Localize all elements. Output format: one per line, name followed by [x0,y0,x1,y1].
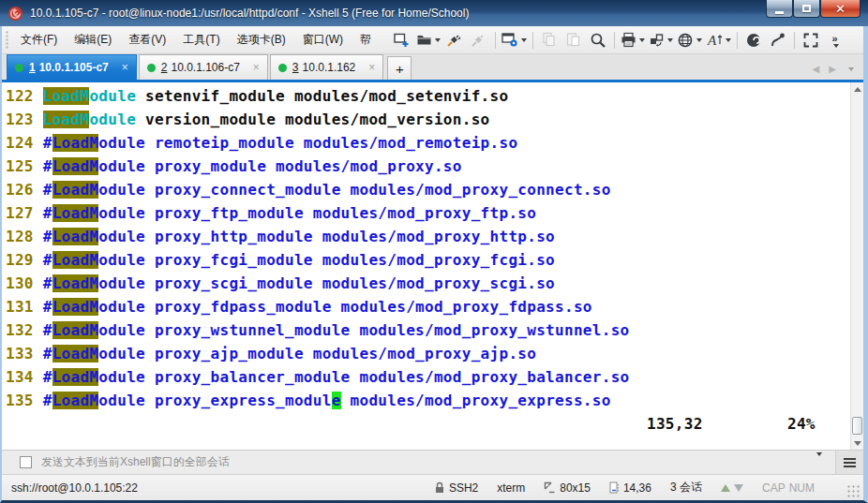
terminal-screen[interactable]: 122 LoadModule setenvif_module modules/m… [2,82,863,450]
tab-close-icon[interactable]: × [368,61,375,74]
tab-number: 2 [161,61,168,74]
minimize-button[interactable] [766,0,793,18]
hamburger-icon [844,458,856,467]
code-segment: # [43,181,52,199]
web-browser-button[interactable] [675,29,704,52]
session-connected-icon [15,64,23,72]
code-segment: LoadM [52,321,99,339]
screen-size-indicator: 80x15 [544,481,591,495]
sendbar-dropdown-icon [816,452,822,469]
svg-text:A: A [707,33,717,48]
line-number: 131 [6,298,43,316]
sendbar-history-dropdown[interactable] [801,456,835,469]
tab-session-2[interactable]: 2 10.0.1.106-c7 × [139,54,268,80]
menu-edit[interactable]: 编辑(E) [66,26,120,53]
toolbar-overflow-button[interactable]: » [825,33,845,48]
sendbar-menu-button[interactable] [835,451,863,474]
line-number: 123 [6,111,43,128]
caret-position-icon [609,481,620,494]
code-line: 129 #LoadModule proxy_fcgi_module module… [6,248,850,272]
code-segment: LoadM [43,111,90,128]
full-screen-button[interactable] [799,29,823,52]
scrollbar-thumb[interactable] [852,417,862,435]
web-browser-dropdown-icon[interactable] [696,38,702,42]
paste-button[interactable] [561,29,586,52]
send-text-bar: 发送文本到当前Xshell窗口的全部会话 [2,450,863,474]
code-segment: # [43,274,52,292]
code-line: 126 #LoadModule proxy_connect_module mod… [6,178,850,201]
connect-button[interactable] [442,29,467,52]
font-dropdown-icon[interactable] [726,38,731,42]
tab-session-1[interactable]: 1 10.0.1.105-c7 × [7,54,137,80]
menu-window[interactable]: 窗口(W) [294,26,352,53]
new-session-button[interactable] [390,29,414,52]
line-number: 127 [6,204,43,222]
download-arrow-icon[interactable] [734,484,743,492]
tab-scroll-right-icon[interactable]: ▶ [829,64,836,74]
tab-close-icon[interactable]: × [253,61,260,74]
copy-button[interactable] [537,29,561,52]
code-line: 128 #LoadModule proxy_http_module module… [6,225,850,248]
quick-commands-button[interactable] [766,29,790,52]
line-number: 129 [6,251,43,269]
code-segment: LoadM [52,251,99,269]
code-segment: # [43,345,52,362]
code-segment: # [43,157,52,175]
connection-url: ssh://root@10.0.1.105:22 [11,481,138,495]
find-button[interactable] [586,29,610,52]
scroll-up-button[interactable] [851,82,863,96]
new-session-icon [394,32,410,48]
toolbar: A » [380,26,863,53]
lock-icon [434,481,445,494]
code-segment: version_module modules/mod_version.so [136,111,489,128]
code-segment: LoadM [52,274,99,292]
tab-scroll-left-icon[interactable]: ◀ [813,64,820,74]
window-title: 10.0.1.105-c7 - root@linux-node1:/usr/lo… [30,7,469,20]
menu-file[interactable]: 文件(F) [12,26,66,53]
menu-tools[interactable]: 工具(T) [174,26,228,53]
tab-session-3[interactable]: 3 10.0.1.162 × [270,54,383,80]
code-line: 124 #LoadModule remoteip_module modules/… [6,131,850,155]
disconnect-button[interactable] [467,29,491,52]
resize-grip[interactable] [846,484,860,497]
line-number: 122 [6,87,43,105]
code-line: 135 #LoadModule proxy_express_module mod… [6,389,850,412]
code-segment: # [43,134,52,152]
tab-close-icon[interactable]: × [122,61,128,74]
menu-help[interactable]: 帮 [352,26,380,53]
font-button[interactable]: A [704,29,733,52]
code-segment: # [43,204,52,222]
session-connected-icon [278,64,287,72]
toolbar-separator [737,32,738,49]
print-button[interactable] [619,29,647,52]
compose-pane-icon [745,32,762,49]
color-scheme-icon [649,32,665,48]
toolbar-separator [614,32,615,49]
close-button[interactable]: ✕ [820,0,861,18]
code-segment: setenvif_module modules/mod_setenvif.so [136,87,508,105]
code-line: 131 #LoadModule proxy_fdpass_module modu… [6,295,850,318]
disconnect-icon [471,32,486,48]
compose-pane-button[interactable] [741,29,766,52]
tab-list-dropdown-icon[interactable] [848,67,854,71]
overflow-dropdown-icon [833,44,839,48]
session-properties-dropdown-icon[interactable] [521,38,527,42]
upload-arrow-icon[interactable] [721,484,730,492]
cursor-position-indicator: 14,36 [609,481,651,495]
color-scheme-dropdown-icon[interactable] [667,38,673,42]
maximize-button[interactable] [793,0,820,18]
toolbar-separator [495,32,496,49]
open-session-button[interactable] [414,29,442,52]
open-session-dropdown-icon[interactable] [435,38,441,42]
vertical-scrollbar[interactable] [850,82,863,450]
color-scheme-button[interactable] [647,29,675,52]
menu-tabs[interactable]: 选项卡(B) [229,26,294,53]
code-line: 134 #LoadModule proxy_balancer_module mo… [6,365,850,389]
new-tab-button[interactable]: + [387,56,412,80]
menubar-grip[interactable] [5,30,9,50]
session-properties-button[interactable] [500,29,529,52]
print-dropdown-icon[interactable] [639,38,645,42]
scroll-down-button[interactable] [851,436,863,450]
menu-view[interactable]: 查看(V) [120,26,174,53]
send-to-all-checkbox[interactable] [20,456,32,468]
